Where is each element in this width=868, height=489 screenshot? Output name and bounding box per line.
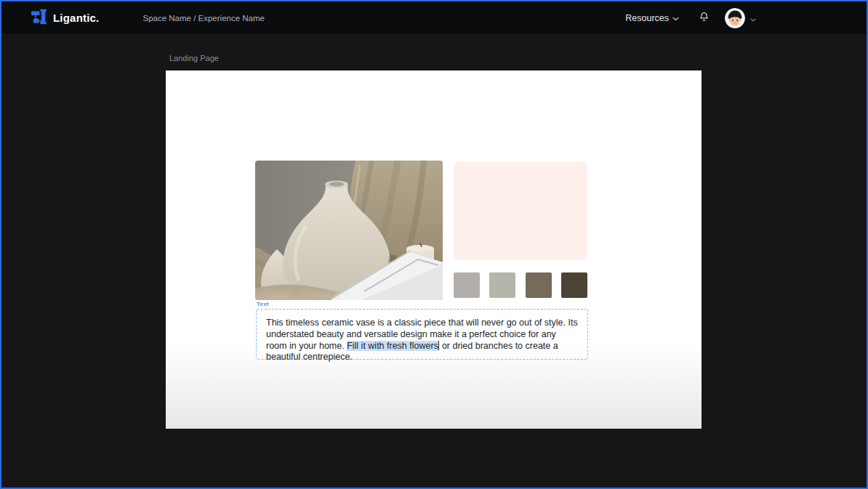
palette-swatch-2[interactable] bbox=[489, 272, 515, 298]
text-selection: Fill it with fresh flowers bbox=[347, 341, 438, 351]
breadcrumb[interactable]: Space Name / Experience Name bbox=[142, 14, 264, 23]
page-title: Landing Page bbox=[169, 54, 219, 62]
landing-page-canvas[interactable]: Text This timeless ceramic vase is a cla… bbox=[166, 70, 702, 429]
notifications-button[interactable] bbox=[698, 11, 710, 26]
navbar-right-cluster: Resources bbox=[625, 1, 756, 35]
palette-swatch-4[interactable] bbox=[561, 272, 587, 298]
chevron-down-icon bbox=[750, 12, 756, 25]
logo-wordmark: Ligantic. bbox=[53, 12, 99, 24]
app-logo[interactable]: Ligantic. bbox=[31, 8, 99, 28]
top-navbar: Ligantic. Space Name / Experience Name R… bbox=[1, 1, 867, 35]
resources-label: Resources bbox=[625, 13, 669, 23]
bell-icon bbox=[698, 11, 710, 26]
resources-menu-button[interactable]: Resources bbox=[625, 13, 679, 23]
chevron-down-icon bbox=[672, 13, 679, 23]
palette-swatch-3[interactable] bbox=[526, 272, 552, 298]
text-element-label: Text bbox=[257, 301, 269, 307]
hero-color-block[interactable] bbox=[454, 162, 587, 260]
user-avatar bbox=[725, 8, 745, 28]
color-palette bbox=[454, 272, 587, 298]
ligantic-logo-icon bbox=[31, 8, 48, 28]
product-photo[interactable] bbox=[255, 161, 443, 300]
text-editor[interactable]: This timeless ceramic vase is a classic … bbox=[256, 309, 588, 360]
user-menu-button[interactable] bbox=[725, 8, 756, 28]
app-window: Ligantic. Space Name / Experience Name R… bbox=[0, 0, 868, 489]
palette-swatch-1[interactable] bbox=[454, 272, 480, 298]
